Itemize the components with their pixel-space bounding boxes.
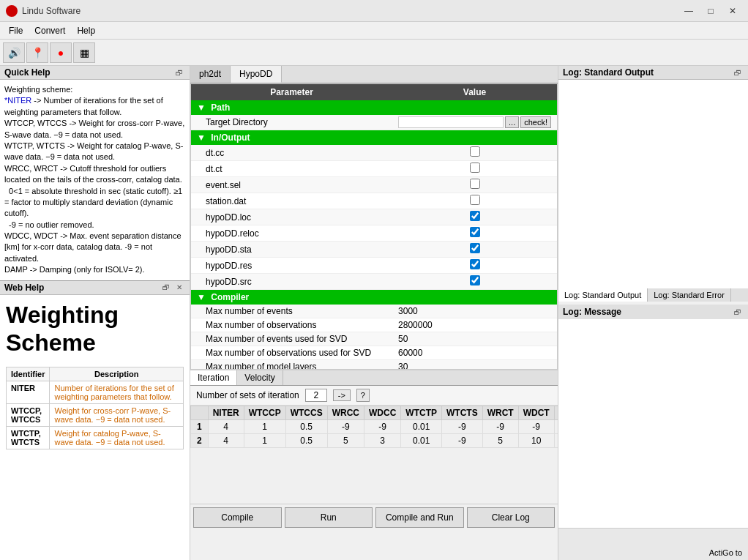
toolbar-grid-btn[interactable]: ▦ — [73, 42, 95, 63]
event-sel-checkbox[interactable] — [470, 179, 480, 189]
compile-button[interactable]: Compile — [193, 507, 282, 528]
log-message-label: Log: Message — [563, 307, 621, 317]
minimize-button[interactable]: — — [679, 4, 698, 18]
param-max-model-layers: Max number of model layers 30 — [191, 360, 557, 370]
maximize-button[interactable]: □ — [701, 4, 720, 18]
desc-niter: Number of iterations for the set of weig… — [50, 381, 184, 404]
section-compiler: ▼ Compiler — [191, 290, 557, 305]
iter-r1-wtccp: 1 — [244, 420, 285, 434]
tab-hypododd[interactable]: HypoDD — [231, 66, 282, 83]
browse-btn[interactable]: ... — [505, 116, 519, 128]
iter-r1-wtctp: 0.01 — [401, 420, 442, 434]
menu-convert[interactable]: Convert — [29, 24, 71, 37]
iter-col-niter: NITER — [208, 406, 244, 420]
iter-r2-wrct: 5 — [482, 434, 518, 448]
param-dt-ct-value — [392, 161, 557, 177]
dt-cc-checkbox[interactable] — [470, 146, 480, 157]
param-max-events-value: 3000 — [392, 305, 557, 318]
param-max-obs-svd-label: Max number of observations used for SVD — [191, 346, 392, 360]
app-icon — [6, 5, 18, 17]
param-max-events: Max number of events 3000 — [191, 305, 557, 318]
bottom-section: Iteration Velocity Number of sets of ite… — [190, 370, 558, 531]
quick-help-controls: 🗗 — [173, 67, 185, 78]
dt-ct-checkbox[interactable] — [470, 163, 480, 173]
iter-col-wtccp: WTCCP — [244, 406, 285, 420]
iter-table-header-row: NITER WTCCP WTCCS WRCC WDCC WTCTP WTCTS … — [191, 406, 558, 420]
param-station-dat-value — [392, 193, 557, 209]
action-bar: Compile Run Compile and Run Clear Log — [190, 504, 558, 531]
iter-r1-wdcc: -9 — [364, 420, 401, 434]
tab-iteration[interactable]: Iteration — [190, 370, 237, 385]
web-help-close-btn[interactable]: ✕ — [173, 283, 185, 293]
param-hypodo-sta: hypoDD.sta — [191, 242, 557, 258]
iter-table-container[interactable]: NITER WTCCP WTCCS WRCC WDCC WTCTP WTCTS … — [190, 406, 558, 504]
iter-col-num — [191, 406, 209, 420]
param-hypodo-src-value — [392, 274, 557, 290]
iter-arrow-btn[interactable]: -> — [333, 389, 351, 401]
web-help-header: Web Help 🗗 ✕ — [0, 281, 190, 295]
param-hypodo-sta-label: hypoDD.sta — [191, 242, 392, 258]
tab-velocity[interactable]: Velocity — [237, 370, 283, 385]
run-button[interactable]: Run — [285, 507, 373, 528]
section-compiler-toggle[interactable]: ▼ — [197, 292, 206, 302]
iter-col-wdct: WDCT — [518, 406, 554, 420]
param-dt-ct-label: dt.ct — [191, 161, 392, 177]
param-hypodo-loc-label: hypoDD.loc — [191, 209, 392, 225]
param-hypodo-res-label: hypoDD.res — [191, 258, 392, 274]
hypodo-src-checkbox[interactable] — [470, 275, 480, 285]
section-inoutput-toggle[interactable]: ▼ — [197, 132, 206, 143]
iteration-header: Number of sets of iteration 2 -> ? — [190, 386, 558, 406]
desc-col-header: Description — [50, 367, 184, 381]
hypodo-sta-checkbox[interactable] — [470, 243, 480, 253]
param-max-events-svd-value: 50 — [392, 332, 557, 346]
iter-col-wrct: WRCT — [482, 406, 518, 420]
check-btn[interactable]: check! — [520, 116, 551, 128]
clear-log-button[interactable]: Clear Log — [467, 507, 556, 528]
iter-r2-wtctp: 0.01 — [401, 434, 442, 448]
iter-help-btn[interactable]: ? — [356, 389, 370, 402]
left-panel: Quick Help 🗗 Weighting scheme: *NITER ->… — [0, 66, 190, 560]
param-hypodo-res-value — [392, 258, 557, 274]
compile-run-button[interactable]: Compile and Run — [375, 507, 464, 528]
log-message-restore-btn[interactable]: 🗗 — [732, 307, 744, 317]
toolbar-record-btn[interactable]: ● — [50, 42, 72, 63]
param-hypodo-reloc-value — [392, 225, 557, 242]
close-button[interactable]: ✕ — [723, 4, 742, 18]
log-message-section: Log: Message 🗗 — [558, 305, 748, 319]
hypodo-loc-checkbox[interactable] — [470, 211, 480, 221]
toolbar-audio-btn[interactable]: 🔊 — [3, 42, 25, 63]
tab-bar: ph2dt HypoDD — [190, 66, 558, 83]
target-dir-input[interactable] — [398, 116, 504, 128]
log-content — [558, 80, 748, 288]
param-hypodo-reloc-label: hypoDD.reloc — [191, 225, 392, 242]
section-path-label: Path — [211, 102, 230, 113]
window-controls: — □ ✕ — [679, 4, 742, 18]
menu-file[interactable]: File — [3, 24, 29, 37]
param-event-sel-label: event.sel — [191, 177, 392, 193]
param-hypodo-src-label: hypoDD.src — [191, 274, 392, 290]
center-panel: ph2dt HypoDD Parameter Value ▼ — [190, 66, 558, 560]
param-target-dir: Target Directory ... check! — [191, 115, 557, 130]
param-hypodo-sta-value — [392, 242, 557, 258]
station-dat-checkbox[interactable] — [470, 195, 480, 205]
iter-row-1: 1 4 1 0.5 -9 -9 0.01 -9 -9 -9 20 — [191, 420, 558, 434]
iter-col-wtcts: WTCTS — [442, 406, 483, 420]
param-max-model-layers-value: 30 — [392, 360, 557, 370]
toolbar-location-btn[interactable]: 📍 — [26, 42, 48, 63]
web-help-restore-btn[interactable]: 🗗 — [160, 283, 172, 293]
hypodo-reloc-checkbox[interactable] — [470, 227, 480, 237]
table-row: WTCCP,WTCCS Weight for cross-corr P-wave… — [7, 404, 184, 427]
niter-highlight: *NITER — [4, 96, 31, 105]
param-hypodo-src: hypoDD.src — [191, 274, 557, 290]
menu-help[interactable]: Help — [71, 24, 101, 37]
iter-r1-wrcc: -9 — [327, 420, 364, 434]
table-row: NITER Number of iterations for the set o… — [7, 381, 184, 404]
log-tab-stdout[interactable]: Log: Standard Output — [558, 288, 648, 302]
quick-help-restore-btn[interactable]: 🗗 — [173, 67, 185, 78]
col-value: Value — [392, 84, 557, 100]
tab-ph2dt[interactable]: ph2dt — [190, 66, 231, 83]
log-restore-btn[interactable]: 🗗 — [732, 67, 744, 78]
hypodo-res-checkbox[interactable] — [470, 259, 480, 269]
log-tab-stderr[interactable]: Log: Standard Error — [648, 288, 731, 302]
section-path-toggle[interactable]: ▼ — [197, 102, 206, 113]
